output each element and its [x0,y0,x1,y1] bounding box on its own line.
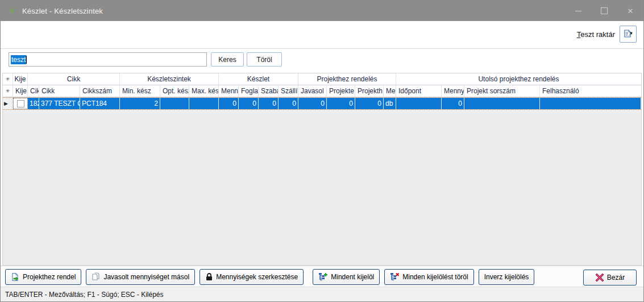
header-cikkszam[interactable]: Cikkszám [80,85,120,97]
band-projekthez-rendeles[interactable]: Projekthez rendelés [298,73,396,85]
header-mennyiseg[interactable]: Menn [219,85,239,97]
search-button[interactable]: Keres [211,52,244,67]
cell-cikk[interactable]: 377 TESZT CIKK [39,98,80,109]
header-opt-keszlet[interactable]: Opt. kész [160,85,189,97]
cell-kije[interactable] [13,98,28,109]
header-idopont[interactable]: Időpont [396,85,442,97]
invert-selection-button[interactable]: Inverz kijelölés [479,269,535,285]
header-projekth[interactable]: Projekth [355,85,384,97]
window-title: Készlet - Készletszintek [22,7,103,15]
header-cik[interactable]: Cik [28,85,39,97]
header-felhasznalo[interactable]: Felhasználó [540,85,641,97]
document-arrow-icon [623,29,633,39]
cell-projekth[interactable]: 0 [355,98,384,109]
change-warehouse-button[interactable] [620,26,637,43]
minimize-button[interactable] [565,1,591,21]
header-foglalt[interactable]: Fogla [239,85,259,97]
app-icon: ✳ [7,6,16,15]
search-input-selected-text: teszt [11,55,26,64]
close-dialog-label: Bezár [607,274,625,282]
band-keszlet[interactable]: Készlet [219,73,298,85]
warehouse-label: Teszt raktár [577,30,615,39]
close-icon: ✕ [628,7,634,15]
band-cikk[interactable]: Cikk [28,73,120,85]
band-utolso-projekthez-rendeles[interactable]: Utolsó projekthez rendelés [396,73,641,85]
copy-suggested-label: Javasolt mennyiséget másol [103,273,189,281]
assign-project-button[interactable]: Projekthez rendel [5,269,81,285]
cell-javasolt[interactable]: 0 [298,98,327,109]
app-window: ✳ Készlet - Készletszintek ✕ Teszt raktá… [0,0,644,302]
copy-icon [92,272,101,282]
status-text: TAB/ENTER - Mezőváltás; F1 - Súgó; ESC -… [5,291,164,299]
cell-cikkszam[interactable]: PCT184 [80,98,120,109]
assign-project-label: Projekthez rendel [23,273,76,281]
row-indicator: ▶ [3,98,13,109]
header-projekt-sorszam[interactable]: Projekt sorszám [464,85,540,97]
text-caret [26,56,27,64]
tree-x-icon [390,272,400,282]
band-selector[interactable]: ✳ [3,73,13,85]
cell-felhasznalo[interactable] [540,98,641,109]
header-max-keszlet[interactable]: Max. kés [189,85,219,97]
cell-idopont[interactable] [396,98,442,109]
select-all-label: Mindent kijelöl [331,273,374,281]
header-kije[interactable]: Kije [13,85,28,97]
copy-suggested-button[interactable]: Javasolt mennyiséget másol [86,269,195,285]
band-kijeloles[interactable]: Kije [13,73,28,85]
cell-projekte[interactable]: 0 [327,98,355,109]
cell-mennyiseg[interactable]: 0 [219,98,239,109]
inventory-grid: ✳ Kije Cikk Készletszintek Készlet Proje… [2,73,642,266]
minimize-icon [575,11,581,11]
lock-icon [205,272,213,281]
bottom-button-bar: Projekthez rendel Javasolt mennyiséget m… [1,266,643,287]
search-input[interactable]: teszt [9,52,207,67]
header-projekte[interactable]: Projekte [327,85,355,97]
row-checkbox[interactable] [17,100,24,107]
red-x-icon [595,273,604,282]
close-dialog-button[interactable]: Bezár [583,270,637,286]
clear-selection-label: Minden kijelölést töröl [402,273,468,281]
title-bar: ✳ Készlet - Készletszintek ✕ [1,1,643,21]
header-javasolt[interactable]: Javasol [298,85,327,97]
band-keszletszintek[interactable]: Készletszintek [120,73,219,85]
header-cikk[interactable]: Cikk [39,85,80,97]
header-selector[interactable]: ✳ [3,85,13,97]
cell-szabad[interactable]: 0 [259,98,279,109]
cell-opt-keszlet[interactable] [160,98,189,109]
cell-szallit[interactable]: 0 [279,98,298,109]
close-button[interactable]: ✕ [617,1,643,21]
edit-quantities-button[interactable]: Mennyiségek szerkesztése [200,269,304,285]
header-mertekegyseg[interactable]: Me [384,85,396,97]
top-panel: Teszt raktár [1,21,643,49]
grid-header-row: ✳ Kije Cik Cikk Cikkszám Min. kész Opt. … [3,85,641,97]
header-mennyis[interactable]: Mennyis [442,85,464,97]
header-min-keszlet[interactable]: Min. kész [120,85,160,97]
tree-plus-icon [318,272,328,282]
cell-cik[interactable]: 182 [28,98,39,109]
maximize-button[interactable] [591,1,617,21]
clear-search-button[interactable]: Töröl [247,52,282,67]
cell-min-keszlet[interactable]: 2 [120,98,160,109]
clear-selection-button[interactable]: Minden kijelölést töröl [384,269,473,285]
table-row[interactable]: ▶ 182 377 TESZT CIKK PCT184 2 0 0 0 0 0 … [3,97,641,110]
invert-selection-label: Inverz kijelölés [484,273,529,281]
row-indicator-icon: ▶ [4,101,8,106]
edit-quantities-label: Mennyiségek szerkesztése [216,273,298,281]
maximize-icon [601,7,608,14]
cell-mennyis[interactable]: 0 [442,98,464,109]
status-bar: TAB/ENTER - Mezőváltás; F1 - Súgó; ESC -… [1,287,643,301]
cell-max-keszlet[interactable] [189,98,219,109]
assign-document-icon [11,272,20,282]
select-all-button[interactable]: Mindent kijelöl [313,269,380,285]
cell-mertekegyseg[interactable]: db [384,98,396,109]
cell-foglalt[interactable]: 0 [239,98,259,109]
grid-band-row: ✳ Kije Cikk Készletszintek Készlet Proje… [3,73,641,85]
header-szallit[interactable]: Szállít [279,85,298,97]
cell-projekt-sorszam[interactable] [464,98,540,109]
header-szabad[interactable]: Szaba [259,85,279,97]
